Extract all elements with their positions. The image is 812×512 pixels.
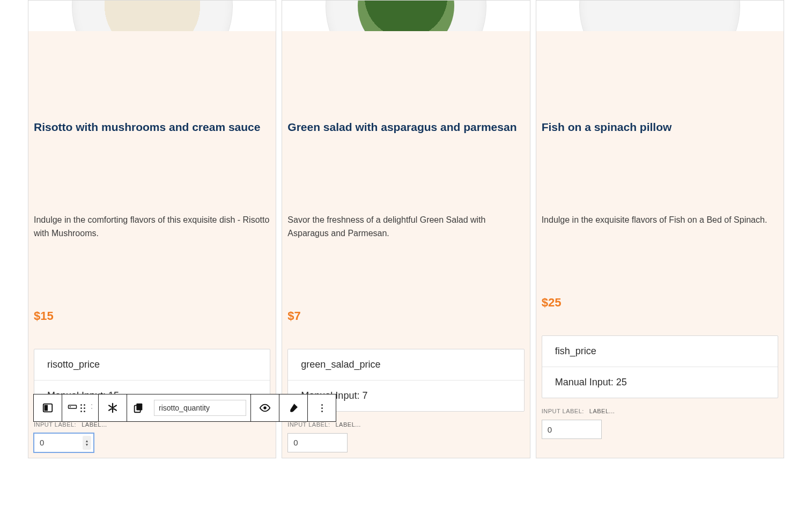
variable-box[interactable]: fish_price Manual Input: 25 — [542, 335, 778, 398]
asterisk-icon — [107, 402, 119, 414]
dish-description[interactable]: Savor the freshness of a delightful Gree… — [287, 214, 524, 240]
block-toolbar: ˄ ˅ — [33, 394, 336, 422]
styles-button[interactable] — [279, 394, 307, 421]
drag-handle-icon[interactable] — [80, 404, 85, 412]
svg-rect-1 — [45, 405, 48, 411]
block-mover-group: ˄ ˅ — [62, 394, 98, 421]
svg-rect-4 — [136, 404, 142, 411]
dish-image-risotto — [28, 1, 276, 31]
dish-title[interactable]: Green salad with asparagus and parmesan — [287, 120, 524, 134]
input-label-value[interactable]: LABEL... — [82, 421, 107, 428]
more-options-button[interactable] — [308, 394, 336, 421]
dish-price[interactable]: $15 — [34, 309, 270, 323]
visibility-button[interactable] — [251, 394, 279, 421]
menu-card-fish: Fish on a spinach pillow Indulge in the … — [536, 0, 784, 458]
input-label-caption: INPUT LABEL: — [287, 421, 330, 428]
svg-point-6 — [263, 406, 267, 409]
input-label-row: INPUT LABEL: LABEL... — [287, 421, 524, 428]
quantity-input[interactable]: 0 ▲ ▼ — [34, 433, 94, 452]
spinner-up-icon[interactable]: ▲ — [85, 439, 89, 443]
input-label-row: INPUT LABEL: LABEL... — [34, 421, 270, 428]
input-label-value[interactable]: LABEL... — [589, 408, 615, 414]
svg-rect-3 — [70, 406, 71, 407]
quantity-input[interactable]: 0 — [287, 433, 348, 452]
copy-icon — [132, 402, 144, 414]
input-label-caption: INPUT LABEL: — [34, 421, 76, 428]
quantity-input[interactable]: 0 — [542, 420, 602, 439]
quantity-value: 0 — [548, 425, 552, 434]
eye-icon — [259, 402, 271, 414]
variable-manual-input: Manual Input: 25 — [542, 367, 778, 398]
dish-description[interactable]: Indulge in the exquisite flavors of Fish… — [542, 214, 778, 227]
input-label-value[interactable]: LABEL... — [336, 421, 361, 428]
dish-price[interactable]: $25 — [542, 296, 778, 310]
dish-image-salad — [282, 1, 529, 31]
variable-name: green_salad_price — [288, 349, 523, 380]
block-type-button[interactable] — [34, 394, 62, 421]
copy-reference-button[interactable] — [127, 402, 150, 414]
dish-price[interactable]: $7 — [287, 309, 524, 323]
menu-card-green-salad: Green salad with asparagus and parmesan … — [282, 0, 530, 458]
chevron-down-icon[interactable]: ˅ — [91, 408, 93, 412]
move-up-down[interactable]: ˄ ˅ — [88, 404, 93, 412]
reference-name-input[interactable] — [154, 400, 246, 416]
dish-image-fish — [536, 1, 784, 31]
input-label-row: INPUT LABEL: LABEL... — [542, 408, 778, 414]
dish-title[interactable]: Risotto with mushrooms and cream sauce — [34, 120, 270, 134]
input-label-caption: INPUT LABEL: — [542, 408, 584, 414]
spinner-down-icon[interactable]: ▼ — [85, 443, 89, 447]
menu-card-risotto: Risotto with mushrooms and cream sauce I… — [28, 0, 276, 458]
quantity-value: 0 — [40, 438, 44, 447]
variable-name: risotto_price — [34, 349, 270, 380]
dish-description[interactable]: Indulge in the comforting flavors of thi… — [34, 214, 270, 240]
required-toggle-button[interactable] — [99, 394, 127, 421]
paintbrush-icon — [287, 402, 299, 414]
quantity-value: 0 — [293, 438, 298, 447]
reference-group — [127, 394, 250, 421]
kebab-icon — [321, 404, 323, 412]
dish-title[interactable]: Fish on a spinach pillow — [542, 120, 778, 134]
input-block-icon[interactable] — [68, 402, 77, 414]
variable-name: fish_price — [542, 336, 778, 367]
column-icon — [42, 402, 54, 414]
number-spinner[interactable]: ▲ ▼ — [83, 436, 91, 450]
